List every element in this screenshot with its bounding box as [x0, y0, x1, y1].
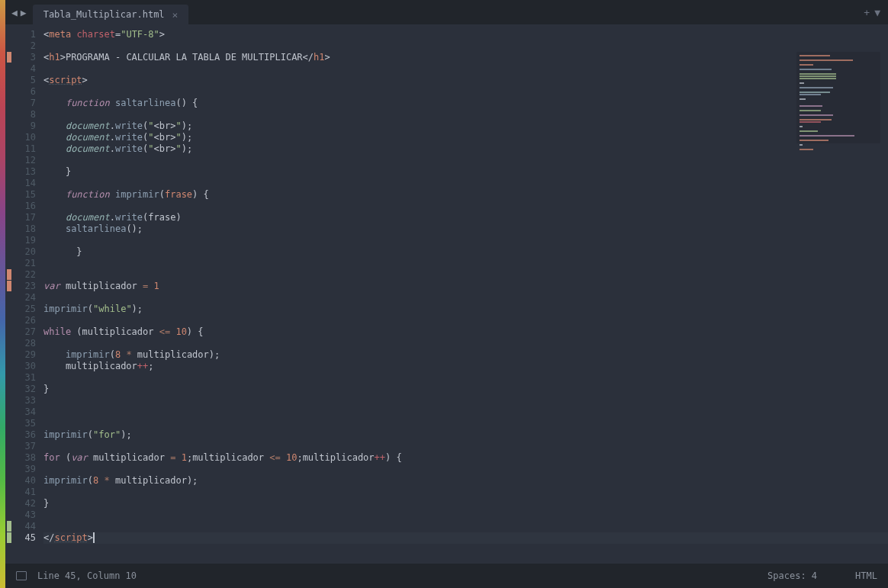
line-numbers: 1234567891011121314151617181920212223242… [14, 24, 43, 564]
nav-arrows: ◀ ▶ [5, 7, 33, 18]
dropdown-icon[interactable]: ▼ [874, 7, 880, 18]
gutter [5, 24, 14, 564]
panel-icon[interactable] [16, 571, 27, 580]
status-spaces[interactable]: Spaces: 4 [767, 570, 817, 581]
nav-forward-icon[interactable]: ▶ [21, 7, 27, 18]
status-bar: Line 45, Column 10 Spaces: 4 HTML [5, 564, 888, 588]
close-icon[interactable]: × [172, 9, 179, 21]
nav-back-icon[interactable]: ◀ [11, 7, 18, 18]
add-tab-icon[interactable]: + [864, 7, 870, 18]
file-tab-label: Tabla_Multiplicar.html [43, 9, 165, 20]
tab-bar: ◀ ▶ Tabla_Multiplicar.html × + ▼ [5, 0, 888, 24]
status-position: Line 45, Column 10 [37, 570, 137, 581]
code-content[interactable]: <meta charset="UTF-8"><h1>PROGRAMA - CAL… [43, 24, 888, 564]
file-tab[interactable]: Tabla_Multiplicar.html × [33, 5, 189, 24]
status-syntax[interactable]: HTML [855, 570, 877, 581]
minimap[interactable] [796, 52, 880, 143]
tab-bar-right: + ▼ [864, 7, 888, 18]
window-edge-gradient [0, 0, 5, 588]
editor-area[interactable]: 1234567891011121314151617181920212223242… [5, 24, 888, 564]
